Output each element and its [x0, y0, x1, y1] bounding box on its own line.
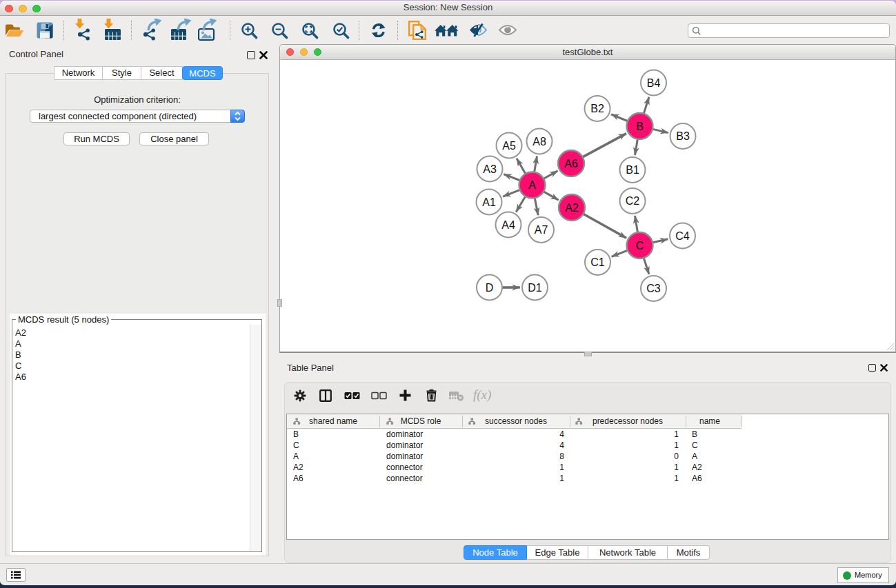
- svg-text:A6: A6: [564, 158, 578, 170]
- svg-text:B4: B4: [647, 77, 661, 89]
- svg-text:D: D: [486, 282, 494, 294]
- svg-text:C4: C4: [675, 230, 690, 242]
- svg-text:C1: C1: [590, 256, 605, 268]
- svg-text:C: C: [636, 240, 644, 252]
- svg-text:B1: B1: [626, 164, 639, 176]
- svg-text:A1: A1: [482, 196, 496, 208]
- svg-text:B: B: [636, 121, 644, 132]
- svg-text:C3: C3: [646, 283, 661, 294]
- svg-text:B3: B3: [676, 130, 690, 142]
- svg-text:A4: A4: [501, 219, 515, 231]
- svg-text:C2: C2: [626, 195, 640, 207]
- svg-text:A2: A2: [565, 202, 579, 214]
- svg-text:A7: A7: [535, 224, 548, 236]
- svg-text:A8: A8: [532, 136, 546, 148]
- svg-text:D1: D1: [528, 282, 542, 294]
- svg-text:B2: B2: [590, 103, 604, 114]
- svg-text:A: A: [528, 179, 536, 191]
- svg-text:A3: A3: [483, 163, 497, 175]
- svg-text:A5: A5: [502, 140, 516, 152]
